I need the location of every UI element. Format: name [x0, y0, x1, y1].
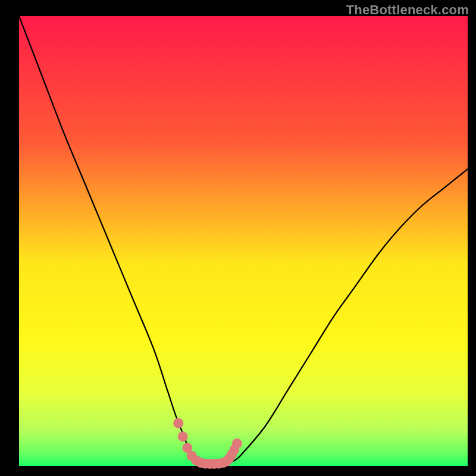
- plot-background: [19, 16, 468, 466]
- bottleneck-chart: [0, 0, 476, 476]
- watermark-text: TheBottleneck.com: [346, 2, 469, 18]
- chart-container: { "watermark": { "text": "TheBottleneck.…: [0, 0, 476, 476]
- optimal-marker: [232, 439, 242, 449]
- optimal-marker: [178, 431, 188, 441]
- optimal-marker: [173, 418, 183, 428]
